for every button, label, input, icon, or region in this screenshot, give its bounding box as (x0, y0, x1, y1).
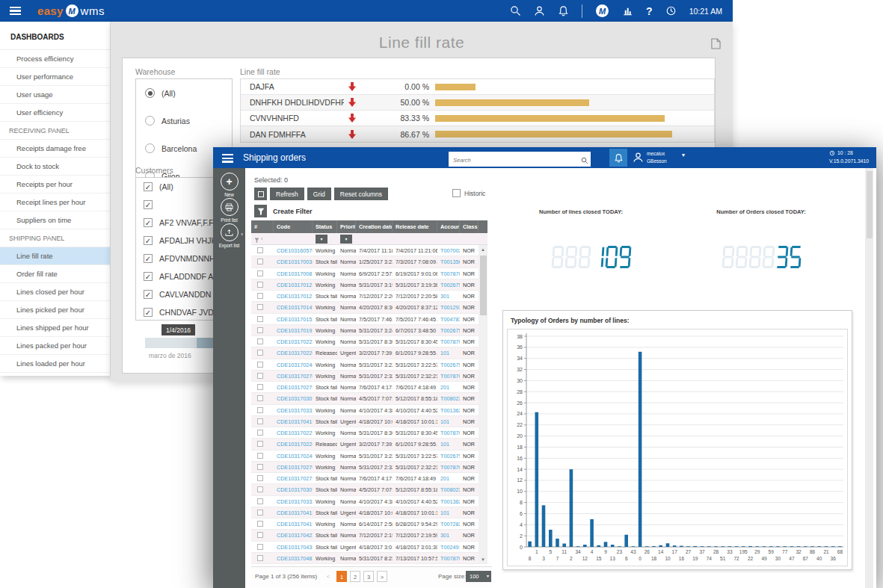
pager-page-2[interactable]: 2 (350, 571, 360, 582)
column-header-class[interactable]: Class (460, 220, 479, 233)
sidebar-item-user-efficiency[interactable]: User efficiency (0, 104, 110, 122)
pager-page-3[interactable]: 3 (363, 571, 374, 582)
pager-page-1[interactable]: 1 (336, 571, 347, 582)
row-checkbox[interactable] (257, 350, 263, 356)
cell-code[interactable]: CDE1031702702 (274, 371, 313, 381)
sidebar-item-line-fill-rate[interactable]: Line fill rate (0, 247, 110, 265)
column-header-num[interactable]: # (251, 220, 274, 233)
panel-scrollbar-thumb[interactable] (867, 171, 873, 238)
row-checkbox[interactable] (257, 304, 263, 310)
cell-code[interactable]: CDE1031701531 (274, 314, 313, 324)
order-row[interactable]: CDE1031702754Stock failureNormal7/6/2017… (251, 473, 487, 484)
export-report-icon[interactable] (711, 38, 721, 52)
menu-icon[interactable] (10, 7, 21, 16)
scrollbar-thumb[interactable] (480, 256, 487, 315)
cell-code[interactable]: CDE1031703075 (274, 393, 313, 403)
sidebar-item-receipts-damage-free[interactable]: Receipts damage free (0, 140, 110, 158)
select-all-button[interactable] (254, 188, 267, 200)
order-row[interactable]: CDE1031703075Stock failureNormal4/5/2017… (251, 484, 487, 495)
cell-code[interactable]: CDE1031702266 (274, 439, 313, 449)
cell-code[interactable]: CDE1031702406 (274, 451, 313, 461)
cell-code[interactable]: CDE1031702250 (274, 336, 313, 347)
order-row[interactable]: CDE1031702266ReleasedUrgent3/2/2017 7:39… (251, 347, 487, 359)
create-filter-label[interactable]: Create Filter (273, 208, 313, 215)
row-checkbox[interactable] (257, 316, 263, 322)
cell-code[interactable]: CDE1031704816 (274, 553, 313, 563)
row-checkbox[interactable] (257, 544, 263, 550)
filter-funnel-icon[interactable] (254, 205, 267, 217)
reset-columns-button[interactable]: Reset columns (334, 188, 388, 200)
order-row[interactable]: CDE1031704816WorkingNormal5/31/2017 8:23… (251, 553, 487, 564)
row-checkbox[interactable] (257, 453, 263, 459)
row-checkbox[interactable] (257, 373, 263, 379)
search-input[interactable] (449, 155, 591, 167)
row-checkbox[interactable] (257, 282, 263, 288)
row-checkbox[interactable] (257, 293, 263, 299)
historic-toggle[interactable]: Historic (452, 189, 485, 197)
cell-code[interactable]: CDE1031703325 (274, 405, 313, 415)
cell-code[interactable]: CDE1031704226 (274, 530, 313, 540)
order-row[interactable]: CDE1031702250WorkingNormal5/31/2017 8:30… (251, 427, 487, 439)
warehouse-option-asturias[interactable]: Asturias (136, 107, 232, 134)
row-checkbox[interactable] (257, 259, 263, 264)
row-checkbox[interactable] (257, 407, 263, 413)
row-checkbox[interactable] (257, 362, 263, 368)
column-header-priority[interactable]: Priority (337, 220, 356, 233)
sidebar-item-user-usage[interactable]: User usage (0, 86, 110, 104)
historic-checkbox[interactable] (452, 189, 461, 197)
cell-code[interactable]: CDE1031704153 (274, 416, 313, 427)
cell-code[interactable]: CDE1031703075 (274, 484, 313, 495)
panel-scrollbar[interactable] (865, 168, 873, 588)
search-icon[interactable] (510, 5, 521, 16)
pager-next[interactable]: > (377, 571, 387, 582)
sidebar-item-receipts-per-hour[interactable]: Receipts per hour (0, 176, 110, 194)
order-row[interactable]: CDE1031702702WorkingNormal5/31/2017 2:32… (251, 462, 487, 473)
row-checkbox[interactable] (257, 555, 263, 561)
order-row[interactable]: CDE1031701214WorkingNormal5/31/2017 3:19… (251, 279, 487, 291)
row-checkbox[interactable] (257, 510, 263, 516)
refresh-button[interactable]: Refresh (270, 188, 304, 200)
sidebar-item-lines-shipped-per-hour[interactable]: Lines shipped per hour (0, 319, 110, 337)
search-submit-icon[interactable] (581, 154, 588, 161)
order-row[interactable]: CDE1031703325WorkingNormal4/10/2017 4:38… (251, 405, 487, 416)
order-row[interactable]: CDE1031702266ReleasedUrgent3/2/2017 7:39… (251, 439, 487, 450)
sidebar-item-user-performance[interactable]: User performance (0, 68, 110, 86)
pager-prev[interactable]: < (323, 571, 333, 582)
order-row[interactable]: CDE1031701237Stock failureNormal7/12/201… (251, 291, 487, 302)
order-row[interactable]: CDE1031701531Stock failureNormal7/5/2017… (251, 314, 487, 325)
order-row[interactable]: CDE1031702702WorkingNormal5/31/2017 2:32… (251, 371, 487, 382)
row-checkbox[interactable] (257, 532, 263, 538)
cell-code[interactable]: CDE1031704194 (274, 519, 313, 529)
order-row[interactable]: CDE1031702754Stock failureNormal7/6/2017… (251, 382, 487, 393)
row-checkbox[interactable] (257, 247, 263, 253)
order-row[interactable]: CDE1031704153Stock failureUrgent4/18/201… (251, 507, 487, 519)
cell-code[interactable]: CDE1031702754 (274, 382, 313, 392)
column-header-creation-date[interactable]: Creation date▼ (356, 220, 393, 233)
mecalux-app-icon[interactable]: M (596, 4, 609, 17)
export-list-button[interactable]: › Export list (213, 223, 245, 248)
alerts-bell-icon[interactable] (609, 149, 627, 167)
order-row[interactable]: CDE1031702406WorkingNormal5/31/2017 3:22… (251, 451, 487, 462)
cell-code[interactable]: CDE1031700871 (274, 268, 313, 279)
sidebar-item-lines-loaded-per-hour[interactable]: Lines loaded per hour (0, 355, 110, 373)
user-menu[interactable]: mecalux GBesson (647, 150, 667, 165)
user-menu-chevron-icon[interactable]: ▾ (682, 152, 685, 158)
sidebar-item-receipt-lines-per-hour[interactable]: Receipt lines per hour (0, 194, 110, 211)
row-checkbox[interactable] (257, 475, 263, 481)
cell-code[interactable]: CDE1031701456 (274, 302, 313, 312)
cell-code[interactable]: CDE1031702406 (274, 359, 313, 370)
print-list-button[interactable]: Print list (213, 198, 245, 223)
order-row[interactable]: CDE1031605782WorkingNormal7/4/2017 11:18… (251, 245, 487, 256)
shipping-menu-icon[interactable] (222, 154, 233, 163)
column-header-status[interactable]: Status (313, 220, 337, 233)
cell-code[interactable]: CDE1031701214 (274, 279, 313, 290)
row-filter-funnel-icon[interactable] (254, 232, 259, 246)
cell-code[interactable]: CDE1031703325 (274, 496, 313, 507)
dashboard-chart-icon[interactable] (622, 5, 633, 16)
order-row[interactable]: CDE1031704153Stock failureUrgent4/18/201… (251, 416, 487, 427)
row-checkbox[interactable] (257, 327, 263, 333)
order-row[interactable]: CDE1031704304Stock failureUrgent4/18/201… (251, 542, 487, 553)
scroll-down-icon[interactable]: ▼ (479, 555, 487, 564)
cell-code[interactable]: CDE1031701237 (274, 291, 313, 301)
sidebar-item-suppliers-on-time[interactable]: Suppliers on time (0, 211, 110, 229)
